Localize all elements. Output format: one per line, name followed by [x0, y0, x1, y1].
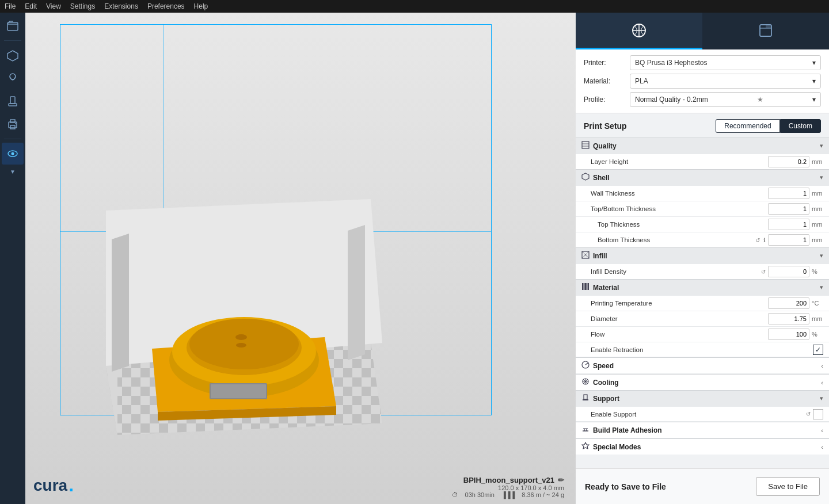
cooling-chevron-icon: ‹	[821, 379, 823, 386]
material-sec-chevron-icon: ▾	[820, 284, 823, 291]
diameter-input[interactable]	[768, 313, 809, 324]
svg-rect-29	[584, 283, 585, 290]
top-bottom-thickness-unit: mm	[812, 205, 823, 212]
menu-preferences[interactable]: Preferences	[147, 2, 185, 10]
printer-dropdown[interactable]: BQ Prusa i3 Hephestos ▾	[630, 55, 821, 70]
wall-thickness-row: Wall Thickness mm	[576, 185, 829, 201]
svg-rect-4	[9, 104, 17, 106]
menu-extensions[interactable]: Extensions	[104, 2, 138, 10]
enable-support-checkbox[interactable]	[813, 409, 823, 419]
infill-density-input[interactable]	[768, 266, 809, 277]
quality-chevron-icon: ▾	[820, 142, 823, 150]
special-modes-title: Special Modes	[593, 443, 821, 451]
3d-model[interactable]	[94, 193, 394, 435]
retraction-check-icon: ✓	[815, 346, 821, 354]
wall-thickness-input[interactable]	[768, 188, 809, 199]
wall-thickness-unit: mm	[812, 190, 823, 197]
printer-chevron-icon: ▾	[812, 59, 816, 67]
cura-logo: cura.	[33, 475, 74, 496]
top-bottom-thickness-row: Top/Bottom Thickness mm	[576, 201, 829, 216]
toolbar-material-btn[interactable]	[2, 67, 24, 89]
toolbar-separator-1	[4, 40, 21, 41]
viewport[interactable]: BPIH_moon_support_v21 ✏ 120.0 x 170.0 x …	[25, 13, 576, 504]
edit-icon[interactable]: ✏	[558, 476, 564, 484]
material-chevron-icon: ▾	[812, 77, 816, 85]
bottom-thickness-reset-icon[interactable]: ↺	[755, 237, 760, 243]
flow-label: Flow	[591, 331, 768, 338]
printing-temp-row: Printing Temperature °C	[576, 295, 829, 311]
svg-rect-28	[582, 283, 583, 290]
cooling-title: Cooling	[593, 379, 821, 387]
svg-rect-20	[766, 25, 771, 28]
build-plate-section-header[interactable]: Build Plate Adhesion ‹	[576, 422, 829, 438]
mode-tab-custom[interactable]: Custom	[780, 119, 821, 133]
toolbar-support-btn[interactable]	[2, 90, 24, 112]
pillar-left	[112, 234, 129, 372]
build-plate-title: Build Plate Adhesion	[593, 426, 821, 434]
support-chevron-icon: ▾	[820, 395, 823, 402]
panel-tab-preview[interactable]	[702, 13, 829, 49]
printing-temp-input[interactable]	[768, 297, 809, 309]
file-stats: ⏱ 03h 30min ▐▐▐ 8.36 m / ~ 24 g	[452, 491, 564, 498]
layer-height-input[interactable]	[768, 156, 809, 167]
panel-tab-slices[interactable]	[576, 13, 702, 49]
material-dropdown[interactable]: PLA ▾	[630, 74, 821, 89]
toolbar-expand-btn[interactable]: ▼	[2, 166, 24, 177]
infill-title: Infill	[593, 252, 820, 260]
save-area: Ready to Save to File Save to File	[576, 468, 829, 504]
quality-title: Quality	[593, 142, 820, 150]
material-section: Material ▾ Printing Temperature °C Diame…	[576, 279, 829, 357]
speed-title: Speed	[593, 362, 821, 370]
infill-icon	[581, 251, 590, 261]
settings-content: Quality ▾ Layer Height mm	[576, 138, 829, 455]
top-bottom-thickness-input[interactable]	[768, 203, 809, 215]
model-notch-1	[235, 334, 247, 340]
menu-view[interactable]: View	[46, 2, 61, 10]
bottom-thickness-input[interactable]	[768, 234, 809, 246]
cooling-section: Cooling ‹	[576, 373, 829, 390]
printer-row: Printer: BQ Prusa i3 Hephestos ▾	[584, 55, 821, 70]
shell-section-header[interactable]: Shell ▾	[576, 169, 829, 185]
filename-text: BPIH_moon_support_v21	[463, 476, 554, 484]
support-title: Support	[593, 395, 820, 403]
toolbar-eye-btn[interactable]	[2, 143, 24, 165]
build-plate-icon	[581, 425, 590, 435]
menu-settings[interactable]: Settings	[70, 2, 95, 10]
toolbar-open-btn[interactable]	[2, 15, 24, 37]
bottom-thickness-unit: mm	[812, 236, 823, 243]
save-to-file-button[interactable]: Save to File	[756, 477, 820, 496]
toolbar-print2-btn[interactable]	[2, 113, 24, 135]
material-sec-icon	[581, 282, 590, 292]
quality-section-header[interactable]: Quality ▾	[576, 138, 829, 154]
enable-support-reset-icon[interactable]: ↺	[806, 411, 811, 417]
flow-input[interactable]	[768, 329, 809, 340]
special-modes-section-header[interactable]: Special Modes ‹	[576, 438, 829, 455]
menu-file[interactable]: File	[5, 2, 16, 10]
menu-edit[interactable]: Edit	[25, 2, 37, 10]
cooling-section-header[interactable]: Cooling ‹	[576, 374, 829, 390]
enable-retraction-checkbox[interactable]: ✓	[813, 345, 823, 355]
speed-section-header[interactable]: Speed ‹	[576, 357, 829, 373]
printer-value: BQ Prusa i3 Hephestos	[635, 59, 707, 67]
infill-section-header[interactable]: Infill ▾	[576, 247, 829, 264]
bottom-thickness-info-icon[interactable]: ℹ	[763, 237, 766, 243]
top-thickness-input[interactable]	[768, 219, 809, 230]
mode-tab-recommended[interactable]: Recommended	[716, 119, 779, 133]
profile-value: Normal Quality - 0.2mm	[635, 96, 708, 104]
infill-density-reset-icon[interactable]: ↺	[761, 269, 766, 275]
material-section-header[interactable]: Material ▾	[576, 279, 829, 295]
model-rect-inset-top	[211, 384, 266, 398]
toolbar-objects-btn[interactable]	[2, 44, 24, 66]
shell-title: Shell	[593, 174, 820, 182]
speed-chevron-icon: ‹	[821, 362, 823, 369]
toolbar-separator-2	[4, 139, 21, 139]
profile-dropdown[interactable]: Normal Quality - 0.2mm ★ ▾	[630, 92, 821, 107]
svg-rect-0	[7, 22, 18, 30]
build-plate-section: Build Plate Adhesion ‹	[576, 421, 829, 438]
layer-height-unit: mm	[812, 158, 823, 165]
infill-chevron-icon: ▾	[820, 252, 823, 259]
diameter-unit: mm	[812, 315, 823, 322]
support-section-header[interactable]: Support ▾	[576, 390, 829, 406]
support-sec-icon	[581, 394, 590, 403]
menu-help[interactable]: Help	[194, 2, 208, 10]
